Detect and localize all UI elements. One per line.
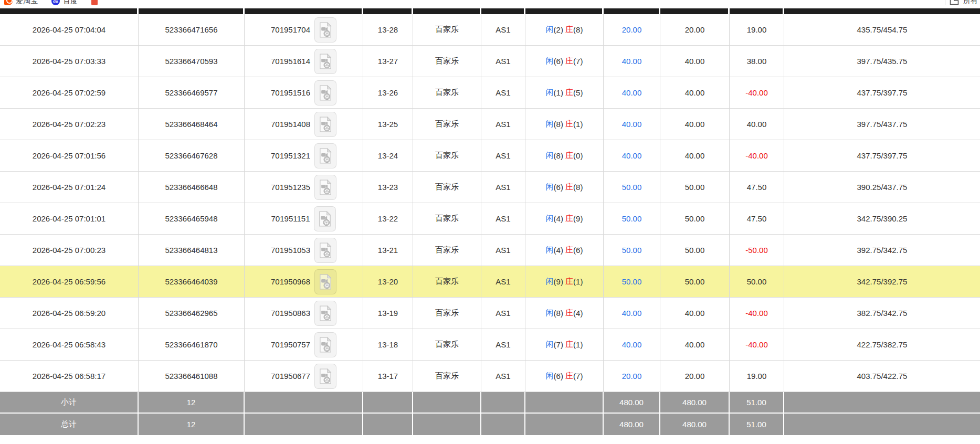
table-name: AS1 xyxy=(481,77,525,108)
round-label: 13-28 xyxy=(363,14,413,45)
game-id: 701950863 xyxy=(271,309,310,318)
video-replay-button[interactable] xyxy=(314,143,336,168)
round-label: 13-25 xyxy=(363,109,413,140)
video-replay-button[interactable] xyxy=(314,269,336,294)
bookmark-partial[interactable] xyxy=(91,0,98,5)
bookmark-label: 百度 xyxy=(63,0,78,6)
video-replay-button[interactable] xyxy=(314,206,336,231)
video-replay-button[interactable] xyxy=(314,49,336,74)
valid-amount: 40.00 xyxy=(660,140,730,171)
table-name: AS1 xyxy=(481,203,525,234)
game-name: 百家乐 xyxy=(413,109,481,140)
bookmark-taobao[interactable]: 爱淘宝 xyxy=(4,0,38,6)
bet-id: 523366461088 xyxy=(139,361,245,392)
bet-amount: 40.00 xyxy=(604,140,660,171)
header-cell xyxy=(0,8,139,14)
valid-amount: 40.00 xyxy=(660,46,730,77)
game-id: 701951151 xyxy=(271,214,310,223)
bet-amount: 50.00 xyxy=(604,235,660,266)
all-bookmarks-label: 所有 xyxy=(963,0,978,6)
game-name: 百家乐 xyxy=(413,329,481,360)
betting-records-page: { "bookmarks_bar": { "items": [ {"icon":… xyxy=(0,0,980,444)
table-row[interactable]: 2026-04-25 07:02:23 523366468464 7019514… xyxy=(0,109,980,140)
table-row[interactable]: 2026-04-25 07:02:59 523366469577 7019515… xyxy=(0,77,980,109)
table-row[interactable]: 2026-04-25 06:58:17 523366461088 7019506… xyxy=(0,361,980,392)
summary-row: 总计 12 480.00 480.00 51.00 xyxy=(0,414,980,435)
game-id: 701951704 xyxy=(271,25,310,34)
table-row[interactable]: 2026-04-25 06:59:20 523366462965 7019508… xyxy=(0,298,980,329)
bet-time: 2026-04-25 07:02:23 xyxy=(0,109,139,140)
video-replay-button[interactable] xyxy=(314,112,336,137)
win-loss: 38.00 xyxy=(730,46,784,77)
video-file-icon xyxy=(319,242,332,258)
balance-before-after: 422.75/382.75 xyxy=(784,329,980,360)
video-replay-button[interactable] xyxy=(314,175,336,200)
win-loss: 47.50 xyxy=(730,203,784,234)
bet-time: 2026-04-25 07:02:59 xyxy=(0,77,139,108)
table-row[interactable]: 2026-04-25 07:00:23 523366464813 7019510… xyxy=(0,235,980,266)
valid-amount: 50.00 xyxy=(660,235,730,266)
video-replay-button[interactable] xyxy=(314,17,336,43)
video-file-icon xyxy=(319,211,331,227)
win-loss: 47.50 xyxy=(730,172,784,203)
summary-bet-total: 480.00 xyxy=(604,392,660,414)
valid-amount: 50.00 xyxy=(660,172,730,203)
table-row[interactable]: 2026-04-25 07:03:33 523366470593 7019516… xyxy=(0,46,980,77)
table-row[interactable]: 2026-04-25 07:01:56 523366467628 7019513… xyxy=(0,140,980,172)
table-row[interactable]: 2026-04-25 06:59:56 523366464039 7019509… xyxy=(0,266,980,298)
video-replay-button[interactable] xyxy=(314,332,336,357)
bet-time: 2026-04-25 07:04:04 xyxy=(0,14,139,45)
game-name: 百家乐 xyxy=(413,77,481,108)
bet-amount: 50.00 xyxy=(604,203,660,234)
video-replay-button[interactable] xyxy=(314,301,336,326)
balance-before-after: 392.75/342.75 xyxy=(784,235,980,266)
bookmarks-all-section[interactable]: 所有 xyxy=(945,0,978,6)
bookmarks-bar: 爱淘宝 du 百度 所有 xyxy=(0,0,980,7)
header-cell xyxy=(525,8,604,14)
balance-before-after: 390.25/437.75 xyxy=(784,172,980,203)
table-row[interactable]: 2026-04-25 07:04:04 523366471656 7019517… xyxy=(0,14,980,46)
game-id: 701951053 xyxy=(271,246,310,255)
video-replay-button[interactable] xyxy=(314,80,336,105)
table-name: AS1 xyxy=(481,172,525,203)
bet-id: 523366469577 xyxy=(139,77,245,108)
win-loss: -40.00 xyxy=(730,77,784,108)
bet-id: 523366466648 xyxy=(139,172,245,203)
bookmark-baidu[interactable]: du 百度 xyxy=(51,0,78,6)
valid-amount: 20.00 xyxy=(660,14,730,45)
game-round-id-cell: 701950677 xyxy=(245,361,363,392)
win-loss: -50.00 xyxy=(730,235,784,266)
valid-amount: 40.00 xyxy=(660,77,730,108)
folder-icon xyxy=(950,0,959,5)
bet-time: 2026-04-25 06:58:17 xyxy=(0,361,139,392)
table-row[interactable]: 2026-04-25 06:58:43 523366461870 7019507… xyxy=(0,329,980,361)
round-label: 13-20 xyxy=(363,266,413,297)
video-replay-button[interactable] xyxy=(314,364,336,389)
video-replay-button[interactable] xyxy=(314,238,336,263)
table-row[interactable]: 2026-04-25 07:01:01 523366465948 7019511… xyxy=(0,203,980,235)
bet-amount: 20.00 xyxy=(604,14,660,45)
balance-before-after: 342.75/390.25 xyxy=(784,203,980,234)
table-summary: 小计 12 480.00 480.00 51.00 总计 12 480.00 4… xyxy=(0,392,980,435)
video-file-icon xyxy=(319,54,332,69)
game-id: 701950677 xyxy=(271,372,310,380)
video-file-icon xyxy=(319,337,332,353)
round-label: 13-21 xyxy=(363,235,413,266)
table-row[interactable]: 2026-04-25 07:01:24 523366466648 7019512… xyxy=(0,172,980,203)
game-result: 闲(9) 庄(1) xyxy=(525,266,604,297)
bet-amount: 40.00 xyxy=(604,77,660,108)
baidu-favicon-icon: du xyxy=(51,0,60,5)
balance-before-after: 397.75/435.75 xyxy=(784,46,980,77)
game-result: 闲(7) 庄(1) xyxy=(525,329,604,360)
game-round-id-cell: 701951408 xyxy=(245,109,363,140)
game-result: 闲(6) 庄(7) xyxy=(525,46,604,77)
table-name: AS1 xyxy=(481,329,525,360)
game-name: 百家乐 xyxy=(413,46,481,77)
taobao-favicon-icon xyxy=(4,0,13,5)
summary-label: 小计 xyxy=(0,392,139,414)
bet-time: 2026-04-25 07:01:01 xyxy=(0,203,139,234)
header-cell xyxy=(245,8,363,14)
bet-id: 523366464039 xyxy=(139,266,245,297)
table-name: AS1 xyxy=(481,298,525,329)
game-round-id-cell: 701950757 xyxy=(245,329,363,360)
